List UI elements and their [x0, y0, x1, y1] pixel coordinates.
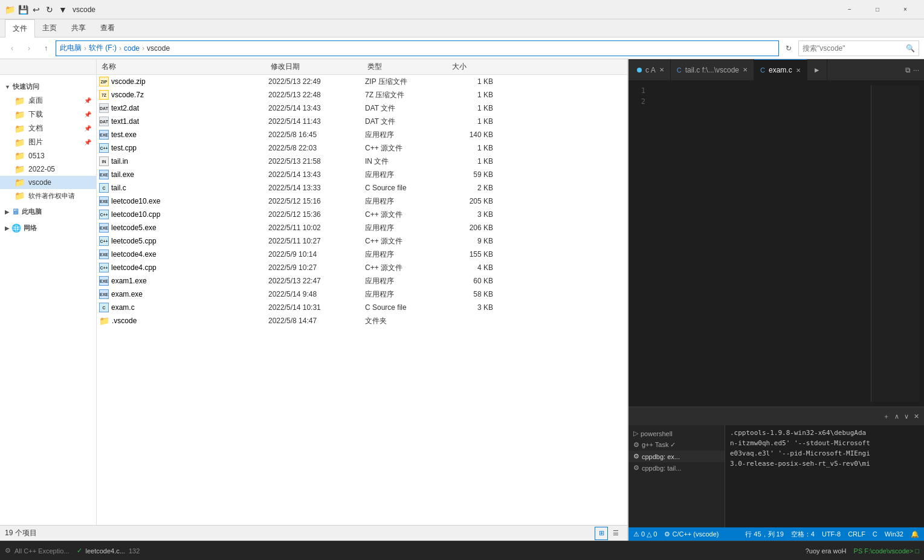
forward-button[interactable]: › [22, 41, 36, 56]
table-row[interactable]: 📁 .vscode 2022/5/8 14:47 文件夹 [97, 314, 627, 327]
terminal-powershell[interactable]: ▷ powershell [628, 428, 725, 439]
sidebar-item-desktop[interactable]: 📁 桌面 📌 [0, 94, 96, 108]
table-row[interactable]: EXE exam.exe 2022/5/14 9:48 应用程序 58 KB [97, 288, 627, 301]
language[interactable]: C [873, 530, 877, 538]
address-part-code[interactable]: code [124, 44, 140, 53]
table-row[interactable]: EXE leetcode10.exe 2022/5/12 15:16 应用程序 … [97, 195, 627, 208]
vscode-tab-more[interactable]: ► [807, 59, 827, 80]
file-type: 应用程序 [365, 223, 450, 233]
table-row[interactable]: EXE test.exe 2022/5/8 16:45 应用程序 140 KB [97, 128, 627, 141]
platform[interactable]: Win32 [885, 530, 903, 538]
col-header-date[interactable]: 修改日期 [268, 62, 365, 72]
quick-access-header[interactable]: ▼ 快速访问 [0, 80, 96, 94]
table-row[interactable]: EXE exam1.exe 2022/5/13 22:47 应用程序 60 KB [97, 274, 627, 288]
encoding[interactable]: UTF-8 [822, 530, 841, 538]
error-count[interactable]: ⚠ 0 △ 0 [633, 530, 657, 538]
network-header[interactable]: ▶ 🌐 网络 [0, 221, 96, 235]
vscode-tab-tailc[interactable]: C tail.c f:\...\vscode ✕ [671, 59, 754, 80]
folder-icon-docs: 📁 [15, 124, 25, 134]
terminal-up-icon[interactable]: ∧ [894, 413, 899, 420]
terminal-content[interactable]: .cpptools-1.9.8-win32-x64\debugAda n-itz… [725, 425, 924, 522]
sidebar-item-0513[interactable]: 📁 0513 [0, 149, 96, 163]
editor-content[interactable]: 1 2 [633, 85, 871, 402]
table-row[interactable]: DAT text2.dat 2022/5/14 13:43 DAT 文件 1 K… [97, 101, 627, 115]
file-type-icon: C++ [99, 263, 109, 272]
file-name-cell: C++ leetcode10.cpp [99, 210, 268, 219]
table-row[interactable]: ZIP vscode.zip 2022/5/13 22:49 ZIP 压缩文件 … [97, 75, 627, 88]
maximize-button[interactable]: □ [864, 0, 891, 19]
vscode-tab-c[interactable]: c A ✕ [631, 59, 671, 80]
file-type: 应用程序 [365, 170, 450, 180]
customize-icon[interactable]: ▼ [58, 5, 68, 14]
tab-close-tailc[interactable]: ✕ [743, 66, 748, 73]
terminal-cppdbg1[interactable]: ⚙ cppdbg: ex... [628, 451, 725, 462]
terminal-down-icon[interactable]: ∨ [904, 413, 909, 420]
refresh-button[interactable]: ↻ [781, 41, 796, 56]
terminal-close-icon[interactable]: ✕ [914, 413, 919, 420]
search-box[interactable]: 🔍 [798, 40, 919, 56]
file-name-cell: IN tail.in [99, 156, 268, 166]
spaces[interactable]: 空格：4 [791, 530, 815, 539]
vscode-tab-examc[interactable]: C exam.c ✕ [754, 59, 807, 80]
minimize-button[interactable]: − [836, 0, 864, 19]
sidebar-label-vscode: vscode [28, 178, 51, 187]
tab-file[interactable]: 文件 [5, 19, 35, 37]
split-editor-icon[interactable]: ⧉ [905, 66, 911, 74]
search-input[interactable] [803, 44, 906, 53]
table-row[interactable]: C++ test.cpp 2022/5/8 22:03 C++ 源文件 1 KB [97, 141, 627, 155]
table-row[interactable]: DAT text1.dat 2022/5/14 11:43 DAT 文件 1 K… [97, 115, 627, 128]
cpp-vscode[interactable]: ⚙ C/C++ (vscode) [664, 530, 719, 538]
table-row[interactable]: EXE tail.exe 2022/5/14 13:43 应用程序 59 KB [97, 168, 627, 181]
table-row[interactable]: C++ leetcode4.cpp 2022/5/9 10:27 C++ 源文件… [97, 261, 627, 274]
table-row[interactable]: C exam.c 2022/5/14 10:31 C Source file 3… [97, 301, 627, 314]
up-button[interactable]: ↑ [39, 41, 53, 56]
table-row[interactable]: IN tail.in 2022/5/13 21:58 IN 文件 1 KB [97, 155, 627, 168]
table-row[interactable]: C++ leetcode5.cpp 2022/5/11 10:27 C++ 源文… [97, 234, 627, 248]
cppdbg1-icon: ⚙ [633, 452, 639, 460]
address-part-vscode[interactable]: vscode [147, 44, 170, 53]
redo-icon[interactable]: ↻ [45, 5, 54, 14]
settings-icon[interactable]: ⚙ [5, 547, 11, 555]
file-name-cell: 📁 .vscode [99, 316, 268, 326]
file-type-icon: IN [99, 156, 109, 166]
address-part-drive[interactable]: 软件 (F:) [89, 43, 117, 53]
terminal-cppdbg2[interactable]: ⚙ cppdbg: tail... [628, 462, 725, 474]
sidebar-item-vscode[interactable]: 📁 vscode [0, 176, 96, 189]
close-button[interactable]: × [891, 0, 919, 19]
col-header-type[interactable]: 类型 [365, 62, 450, 72]
tab-close-c[interactable]: ✕ [659, 66, 664, 73]
more-actions-icon[interactable]: ··· [913, 66, 919, 74]
address-sep-1: › [84, 44, 86, 53]
col-header-name[interactable]: 名称 [99, 62, 268, 72]
sidebar-item-downloads[interactable]: 📁 下载 📌 [0, 108, 96, 121]
address-bar[interactable]: 此电脑 › 软件 (F:) › code › vscode [56, 40, 779, 56]
this-pc-header[interactable]: ▶ 🖥 此电脑 [0, 205, 96, 219]
terminal-gpp[interactable]: ⚙ g++ Task ✓ [628, 439, 725, 451]
file-size: 3 KB [450, 210, 498, 219]
tab-view[interactable]: 查看 [93, 19, 122, 37]
table-row[interactable]: EXE leetcode4.exe 2022/5/9 10:14 应用程序 15… [97, 248, 627, 261]
sidebar-item-copyright[interactable]: 📁 软件著作权申请 [0, 189, 96, 202]
tab-close-examc[interactable]: ✕ [796, 67, 801, 74]
tab-share[interactable]: 共享 [64, 19, 93, 37]
list-view-button[interactable]: ⊞ [595, 527, 608, 540]
table-row[interactable]: 7Z vscode.7z 2022/5/13 22:48 7Z 压缩文件 1 K… [97, 88, 627, 101]
sidebar-item-pictures[interactable]: 📁 图片 📌 [0, 135, 96, 149]
back-button[interactable]: ‹ [5, 41, 19, 56]
col-header-size[interactable]: 大小 [450, 62, 498, 72]
detail-view-button[interactable]: ☰ [609, 527, 622, 540]
tab-home[interactable]: 主页 [35, 19, 64, 37]
quick-access-icon[interactable]: 💾 [18, 5, 28, 14]
table-row[interactable]: C tail.c 2022/5/14 13:33 C Source file 2… [97, 181, 627, 195]
sidebar-item-documents[interactable]: 📁 文档 📌 [0, 121, 96, 135]
table-row[interactable]: C++ leetcode10.cpp 2022/5/12 15:36 C++ 源… [97, 208, 627, 221]
table-row[interactable]: EXE leetcode5.exe 2022/5/11 10:02 应用程序 2… [97, 221, 627, 234]
sidebar-item-202205[interactable]: 📁 2022-05 [0, 163, 96, 176]
terminal-add-icon[interactable]: ＋ [883, 412, 890, 421]
chevron-pc-icon: ▶ [5, 209, 9, 215]
address-part-pc[interactable]: 此电脑 [60, 43, 82, 53]
line-ending[interactable]: CRLF [848, 530, 865, 538]
folder-icon-downloads: 📁 [15, 110, 25, 120]
line-col[interactable]: 行 45，列 19 [745, 530, 784, 539]
undo-icon[interactable]: ↩ [31, 5, 41, 14]
